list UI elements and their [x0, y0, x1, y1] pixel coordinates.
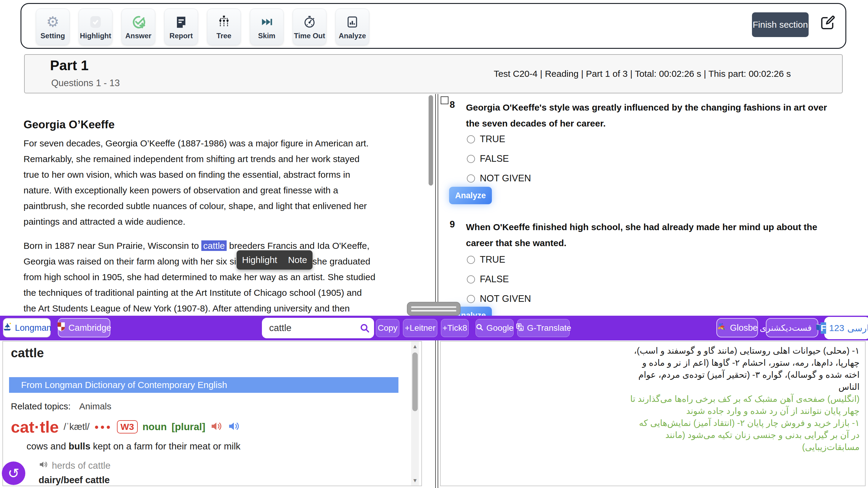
expand-icon[interactable]	[441, 96, 448, 104]
panel-divider-line	[435, 94, 436, 488]
skim-button[interactable]: Skim	[250, 8, 284, 45]
q9-option-not-given[interactable]: NOT GIVEN	[467, 293, 531, 304]
fastdictionary-button[interactable]: فست‌دیکشنری	[766, 318, 818, 337]
gear-icon: ⚙	[46, 13, 59, 30]
translation-line-secondary: (انگلیس) صفحه‌ی آهن مشبک که بر کف برخی ر…	[447, 393, 860, 405]
search-input[interactable]	[262, 318, 355, 338]
speaker-icon-british[interactable]	[210, 420, 223, 434]
grammar-note: [plural]	[172, 421, 205, 432]
search-icon	[475, 323, 484, 333]
collocation: dairy/beef cattle	[38, 475, 110, 486]
translation-line: اخته شده و گوساله)، گواره ۳- (تحقیر آمیز…	[447, 369, 860, 381]
timeout-button[interactable]: Time Out	[293, 8, 327, 45]
cambridge-button[interactable]: Cambridge	[58, 318, 110, 337]
passage-panel: Georgia O’Keeffe For seven decades, Geor…	[0, 94, 433, 316]
google-translate-button[interactable]: G-Translate	[517, 319, 569, 337]
report-button[interactable]: Report	[164, 8, 198, 45]
setting-button[interactable]: ⚙ Setting	[36, 8, 70, 45]
test-info: Test C20-4 | Reading | Part 1 of 3 | Tot…	[494, 69, 791, 79]
scroll-up-icon[interactable]: ▲	[411, 344, 419, 350]
question-number: 8	[450, 99, 455, 110]
dictionary-headword: cattle	[11, 346, 44, 360]
analyze-toolbar-button[interactable]: Analyze	[336, 8, 369, 45]
dictionary-panel: cattle From Longman Dictionary of Contem…	[2, 341, 422, 486]
answer-button[interactable]: Answer	[121, 8, 155, 45]
question-text: When O'Keeffe finished high school, she …	[466, 219, 858, 251]
question-number: 9	[450, 219, 455, 230]
questions-range: Questions 1 - 13	[51, 78, 120, 89]
translation-line-secondary: ۱- بازار خرید و فروش چار پایان ۲- (انتقا…	[447, 417, 860, 429]
highlight-button[interactable]: Highlight	[79, 8, 113, 45]
definition: cows and bulls kept on a farm for their …	[27, 441, 241, 452]
translation-line-secondary: چهار پایان نتوانند از آن رد شده و وارد ج…	[447, 405, 860, 417]
related-topic-link[interactable]: Animals	[79, 401, 112, 411]
tree-button[interactable]: Tree	[207, 8, 241, 45]
q8-option-not-given[interactable]: NOT GIVEN	[467, 173, 531, 184]
panel-divider-line-2	[438, 94, 438, 488]
edit-note-icon[interactable]	[819, 13, 836, 32]
add-leitner-button[interactable]: +Leitner	[403, 319, 437, 337]
scroll-down-icon[interactable]: ▼	[411, 478, 419, 484]
radio-icon[interactable]	[467, 155, 475, 163]
finish-section-button[interactable]: Finish section	[752, 12, 809, 37]
radio-icon[interactable]	[467, 295, 475, 303]
pane-resize-handle[interactable]	[407, 302, 461, 316]
passage-scrollbar-thumb[interactable]	[429, 95, 433, 186]
page-title: Part 1	[50, 57, 89, 73]
translation-line: چهارپا، دام‌ها، رمه، ستور، احشام ۲- گاوه…	[447, 357, 860, 369]
check-plus-icon	[131, 13, 146, 30]
tree-diagram-icon	[217, 13, 230, 30]
example-sentence: herds of cattle	[38, 460, 111, 472]
highlighted-word[interactable]: cattle	[201, 240, 227, 251]
radio-icon[interactable]	[467, 135, 475, 143]
speaker-icon-example[interactable]	[38, 460, 48, 472]
dictionary-scrollbar[interactable]: ▲ ▼	[411, 341, 419, 486]
highlight-check-icon	[89, 13, 102, 30]
frequency-badge: W3	[117, 420, 138, 433]
farsi123-button[interactable]: F 123 فارسی	[824, 317, 868, 339]
speaker-icon-american[interactable]	[227, 420, 240, 434]
frequency-dots: ●●●	[94, 423, 112, 431]
longman-ship-icon	[2, 322, 12, 334]
radio-icon[interactable]	[467, 256, 475, 264]
dictionary-search-box	[262, 318, 374, 338]
q9-option-true[interactable]: TRUE	[467, 254, 505, 265]
dictionary-entry-header: cat·tle /ˈkætl/ ●●● W3 noun [plural]	[11, 418, 240, 436]
search-icon[interactable]	[360, 323, 370, 334]
translation-line: الناس	[447, 381, 860, 393]
q8-option-true[interactable]: TRUE	[467, 134, 505, 144]
pronunciation: /ˈkætl/	[64, 421, 90, 432]
cambridge-shield-icon	[57, 322, 65, 334]
glosbe-bird-icon	[717, 322, 727, 334]
document-icon	[175, 13, 187, 30]
dictionary-source-banner: From Longman Dictionary of Contemporary …	[9, 377, 398, 393]
related-topics: Related topics: Animals	[11, 401, 112, 412]
part-of-speech: noun	[143, 421, 167, 432]
radio-icon[interactable]	[467, 275, 475, 284]
passage-paragraph-1: For seven decades, Georgia O’Keeffe (188…	[24, 135, 406, 230]
farsi123-logo: F	[821, 322, 826, 334]
translation-panel: ۱- (محلی) حیوانات اهلی روستایی (مانند گا…	[440, 341, 866, 486]
add-tick8-button[interactable]: +Tick8	[441, 319, 469, 337]
longman-button[interactable]: Longman	[3, 318, 51, 337]
translation-line-secondary: مسابقات‌زیبایی)	[447, 441, 860, 453]
fast-forward-icon	[260, 13, 273, 30]
tooltip-note-button[interactable]: Note	[288, 255, 307, 265]
q8-analyze-button[interactable]: Analyze	[449, 187, 492, 204]
radio-icon[interactable]	[467, 174, 475, 183]
google-button[interactable]: Google	[475, 319, 514, 337]
questions-panel: 8 Georgia O'Keeffe's style was greatly i…	[439, 94, 868, 316]
part-header: Part 1 Questions 1 - 13 Test C20-4 | Rea…	[24, 54, 843, 93]
definition-link[interactable]: bulls	[69, 441, 90, 452]
q9-option-false[interactable]: FALSE	[467, 274, 509, 285]
glosbe-button[interactable]: Glosbe	[716, 318, 758, 337]
tooltip-highlight-button[interactable]: Highlight	[242, 255, 277, 265]
dictionary-scrollbar-thumb[interactable]	[412, 352, 418, 411]
entry-word: cat·tle	[11, 418, 59, 436]
stopwatch-icon	[303, 13, 316, 30]
refresh-fab-button[interactable]: ↺	[2, 461, 25, 485]
question-text: Georgia O'Keeffe's style was greatly inf…	[466, 99, 858, 131]
passage-title: Georgia O’Keeffe	[24, 118, 406, 131]
copy-button[interactable]: Copy	[376, 319, 399, 337]
q8-option-false[interactable]: FALSE	[467, 153, 509, 164]
